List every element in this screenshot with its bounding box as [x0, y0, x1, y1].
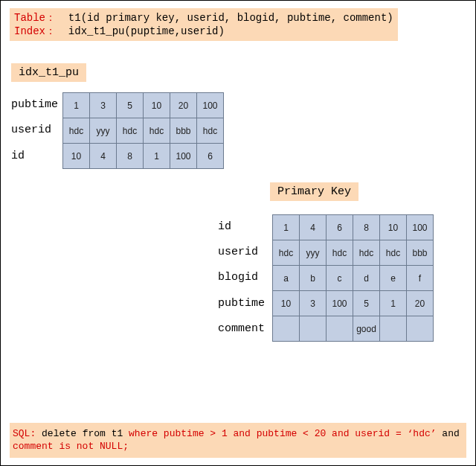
primary-key-title: Primary Key [270, 182, 358, 201]
pk-table: 1 4 6 8 10 100 hdc yyy hdc hdc hdc bbb a [272, 214, 434, 342]
cell: 100 [197, 93, 224, 118]
cell: hdc [63, 118, 90, 144]
cell: 1 [273, 215, 300, 240]
sql-text: delete from t1 [42, 428, 123, 439]
cell: 10 [144, 93, 170, 118]
cell: 5 [353, 291, 380, 316]
table-label: Table： [14, 12, 56, 24]
index-table-wrap: pubtime userid id 1 3 5 10 20 100 hdc yy… [11, 92, 466, 169]
cell: b [300, 266, 327, 291]
cell: 5 [117, 93, 144, 118]
index-row-label: userid [11, 118, 58, 143]
primary-key-section: Primary Key id userid blogid pubtime com… [218, 182, 466, 342]
cell: 100 [407, 215, 434, 240]
index-row-label: id [11, 144, 58, 169]
index-table: 1 3 5 10 20 100 hdc yyy hdc hdc bbb hdc … [62, 92, 224, 169]
cell [407, 316, 434, 342]
cell: hdc [353, 240, 380, 266]
cell [273, 316, 300, 342]
cell: 100 [170, 144, 197, 169]
table-row: hdc yyy hdc hdc bbb hdc [63, 118, 224, 144]
sql-and: and [442, 428, 459, 439]
cell: 20 [170, 93, 197, 118]
pk-row-labels: id userid blogid pubtime comment [218, 214, 272, 342]
table-row: 10 3 100 5 1 20 [273, 291, 434, 316]
cell: 6 [197, 144, 224, 169]
table-def: t1(id primary key, userid, blogid, pubti… [68, 12, 393, 24]
cell: 10 [273, 291, 300, 316]
cell [300, 316, 327, 342]
cell: bbb [407, 240, 434, 266]
table-row: a b c d e f [273, 266, 434, 291]
cell: 6 [327, 215, 353, 240]
table-row: 10 4 8 1 100 6 [63, 144, 224, 169]
cell: 10 [63, 144, 90, 169]
table-row: hdc yyy hdc hdc hdc bbb [273, 240, 434, 266]
cell: 100 [327, 291, 353, 316]
cell: d [353, 266, 380, 291]
pk-row-label: pubtime [218, 291, 268, 316]
cell: yyy [90, 118, 117, 144]
cell: 3 [300, 291, 327, 316]
table-row: 1 4 6 8 10 100 [273, 215, 434, 240]
cell: hdc [144, 118, 170, 144]
index-title: idx_t1_pu [11, 63, 86, 82]
cell: 8 [117, 144, 144, 169]
cell: hdc [117, 118, 144, 144]
cell: good [353, 316, 380, 342]
index-section: idx_t1_pu pubtime userid id 1 3 5 10 20 … [11, 63, 466, 169]
cell: 10 [380, 215, 407, 240]
table-row: good [273, 316, 434, 342]
cell [327, 316, 353, 342]
index-row-label: pubtime [11, 92, 58, 118]
sql-tail: comment is not NULL; [13, 441, 129, 452]
cell: c [327, 266, 353, 291]
cell: 20 [407, 291, 434, 316]
cell: f [407, 266, 434, 291]
sql-block: SQL: delete from t1 where pubtime > 1 an… [10, 423, 466, 458]
table-row: 1 3 5 10 20 100 [63, 93, 224, 118]
page: Table： t1(id primary key, userid, blogid… [0, 0, 476, 466]
cell [380, 316, 407, 342]
cell: 1 [63, 93, 90, 118]
cell: hdc [273, 240, 300, 266]
pk-row-label: userid [218, 240, 268, 265]
cell: hdc [197, 118, 224, 144]
sql-label: SQL: [13, 428, 36, 439]
cell: hdc [380, 240, 407, 266]
cell: 4 [90, 144, 117, 169]
pk-table-wrap: id userid blogid pubtime comment 1 4 6 8… [218, 214, 466, 342]
cell: 3 [90, 93, 117, 118]
index-def: idx_t1_pu(puptime,userid) [68, 25, 225, 37]
index-row-labels: pubtime userid id [11, 92, 62, 169]
pk-row-label: comment [218, 316, 268, 342]
index-label: Index： [14, 25, 56, 37]
cell: 1 [144, 144, 170, 169]
cell: bbb [170, 118, 197, 144]
cell: 4 [300, 215, 327, 240]
schema-block: Table： t1(id primary key, userid, blogid… [10, 8, 398, 41]
pk-row-label: blogid [218, 265, 268, 290]
cell: e [380, 266, 407, 291]
cell: a [273, 266, 300, 291]
sql-where: where pubtime > 1 and pubtime < 20 and u… [129, 428, 436, 439]
cell: 8 [353, 215, 380, 240]
pk-row-label: id [218, 214, 268, 240]
cell: 1 [380, 291, 407, 316]
cell: yyy [300, 240, 327, 266]
cell: hdc [327, 240, 353, 266]
